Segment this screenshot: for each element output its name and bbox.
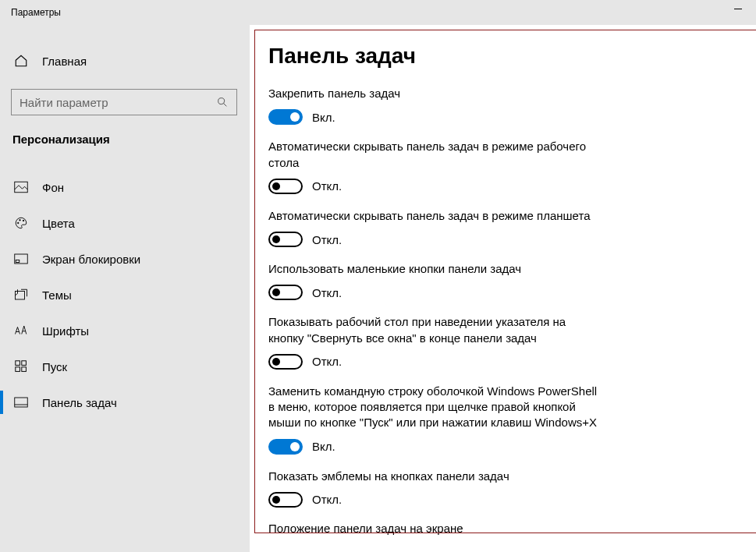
- svg-rect-11: [16, 367, 20, 372]
- sidebar: Главная Персонализация Фон: [0, 25, 250, 552]
- home-icon: [14, 54, 28, 68]
- toggle-switch[interactable]: [268, 232, 303, 247]
- search-icon: [216, 96, 229, 108]
- setting-item: Использовать маленькие кнопки панели зад…: [268, 261, 604, 300]
- svg-point-3: [18, 222, 20, 224]
- sidebar-item-lockscreen[interactable]: Экран блокировки: [0, 241, 250, 277]
- svg-point-4: [20, 220, 21, 221]
- palette-icon: [14, 216, 28, 230]
- setting-item: Заменить командную строку оболочкой Wind…: [268, 384, 604, 455]
- sidebar-item-label: Пуск: [42, 360, 67, 373]
- toggle-switch[interactable]: [268, 492, 303, 508]
- sidebar-item-label: Панель задач: [42, 396, 117, 409]
- toggle-state-label: Откл.: [312, 233, 342, 246]
- main-content: Панель задач Закрепить панель задачВкл.А…: [250, 25, 756, 552]
- sidebar-item-background[interactable]: Фон: [0, 169, 250, 205]
- setting-label: Показывать рабочий стол при наведении ук…: [268, 314, 604, 346]
- sidebar-item-label: Шрифты: [42, 324, 89, 338]
- minimize-icon[interactable]: [734, 9, 742, 9]
- category-title: Персонализация: [0, 131, 250, 157]
- toggle-state-label: Откл.: [312, 286, 342, 299]
- toggle-state-label: Откл.: [312, 355, 342, 368]
- sidebar-item-label: Темы: [42, 288, 72, 302]
- setting-label: Автоматически скрывать панель задач в ре…: [268, 139, 604, 171]
- svg-rect-7: [16, 260, 20, 263]
- nav-home[interactable]: Главная: [0, 47, 250, 75]
- sidebar-item-colors[interactable]: Цвета: [0, 205, 250, 241]
- sidebar-item-themes[interactable]: Темы: [0, 277, 250, 313]
- svg-rect-12: [22, 367, 27, 372]
- svg-point-0: [218, 98, 225, 104]
- search-box[interactable]: [11, 89, 237, 115]
- svg-rect-8: [16, 292, 25, 300]
- themes-icon: [14, 288, 28, 302]
- sidebar-item-label: Фон: [42, 181, 64, 194]
- sidebar-item-fonts[interactable]: Шрифты: [0, 313, 250, 349]
- setting-item: Показать эмблемы на кнопках панели задач…: [268, 469, 604, 508]
- toggle-state-label: Вкл.: [312, 440, 335, 453]
- window-title: Параметры: [11, 7, 61, 18]
- toggle-state-label: Откл.: [312, 179, 342, 193]
- toggle-switch[interactable]: [268, 179, 303, 194]
- picture-icon: [14, 181, 28, 193]
- setting-item: Закрепить панель задачВкл.: [268, 86, 604, 125]
- setting-label: Использовать маленькие кнопки панели зад…: [268, 261, 604, 277]
- svg-point-5: [23, 220, 24, 221]
- setting-label: Показать эмблемы на кнопках панели задач: [268, 469, 604, 484]
- toggle-state-label: Откл.: [312, 493, 342, 506]
- sidebar-item-label: Экран блокировки: [42, 253, 140, 266]
- fonts-icon: [14, 324, 28, 337]
- sidebar-item-taskbar[interactable]: Панель задач: [0, 384, 250, 420]
- page-title: Панель задач: [268, 44, 756, 69]
- sidebar-item-start[interactable]: Пуск: [0, 349, 250, 384]
- toggle-state-label: Вкл.: [312, 111, 335, 124]
- setting-label: Заменить командную строку оболочкой Wind…: [268, 384, 604, 431]
- svg-line-1: [224, 104, 227, 107]
- svg-rect-13: [15, 398, 28, 407]
- setting-label: Закрепить панель задач: [268, 86, 604, 101]
- setting-item: Автоматически скрывать панель задач в ре…: [268, 139, 604, 194]
- svg-rect-9: [16, 361, 20, 366]
- lockscreen-icon: [14, 253, 28, 264]
- nav-home-label: Главная: [42, 55, 87, 68]
- search-input[interactable]: [20, 96, 216, 109]
- svg-rect-10: [22, 361, 27, 366]
- taskbar-icon: [14, 397, 28, 408]
- window-titlebar: Параметры: [0, 0, 756, 25]
- toggle-switch[interactable]: [268, 439, 303, 455]
- setting-label: Автоматически скрывать панель задач в ре…: [268, 208, 604, 224]
- setting-item: Показывать рабочий стол при наведении ук…: [268, 314, 604, 370]
- start-icon: [14, 360, 28, 373]
- toggle-switch[interactable]: [268, 285, 303, 300]
- taskbar-position-heading: Положение панели задач на экране: [268, 522, 756, 535]
- toggle-switch[interactable]: [268, 354, 303, 370]
- setting-item: Автоматически скрывать панель задач в ре…: [268, 208, 604, 247]
- toggle-switch[interactable]: [268, 109, 303, 125]
- sidebar-item-label: Цвета: [42, 217, 75, 230]
